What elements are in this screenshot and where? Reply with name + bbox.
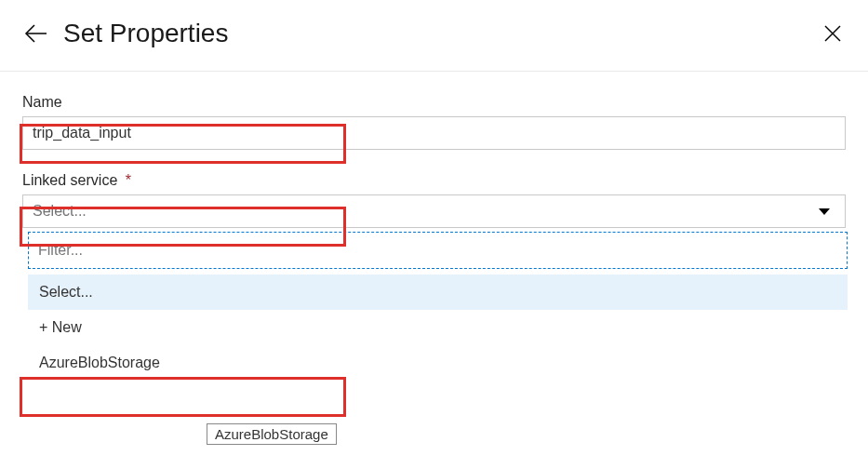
- arrow-left-icon: [24, 24, 47, 43]
- linked-service-dropdown: Select... + New AzureBlobStorage: [28, 232, 848, 381]
- form-body: Name Linked service * Select... Select..…: [0, 72, 868, 228]
- tooltip-text: AzureBlobStorage: [215, 426, 328, 442]
- close-button[interactable]: [820, 20, 846, 47]
- linked-service-label: Linked service *: [22, 172, 846, 189]
- linked-service-group: Linked service * Select... Select... + N…: [22, 172, 846, 228]
- highlight-azureblobstorage-option: [20, 377, 346, 417]
- panel-header: Set Properties: [0, 0, 868, 72]
- name-input[interactable]: [22, 116, 846, 150]
- name-group: Name: [22, 94, 846, 150]
- dropdown-options-list: Select... + New AzureBlobStorage: [28, 275, 848, 381]
- dropdown-option-new[interactable]: + New: [28, 310, 848, 345]
- dropdown-filter-input[interactable]: [28, 232, 848, 269]
- chevron-down-icon: [819, 208, 830, 215]
- required-indicator: *: [126, 172, 131, 188]
- name-label: Name: [22, 94, 846, 111]
- close-icon: [823, 24, 842, 43]
- linked-service-label-text: Linked service: [22, 172, 117, 188]
- linked-service-select[interactable]: Select...: [22, 194, 846, 228]
- tooltip: AzureBlobStorage: [207, 423, 337, 445]
- dropdown-option-select[interactable]: Select...: [28, 275, 848, 310]
- back-button[interactable]: [22, 20, 48, 47]
- linked-service-selected-text: Select...: [33, 203, 87, 220]
- linked-service-select-wrapper: Select... Select... + New AzureBlobStora…: [22, 194, 846, 228]
- dropdown-option-azureblobstorage[interactable]: AzureBlobStorage: [28, 345, 848, 381]
- panel-title: Set Properties: [63, 19, 820, 48]
